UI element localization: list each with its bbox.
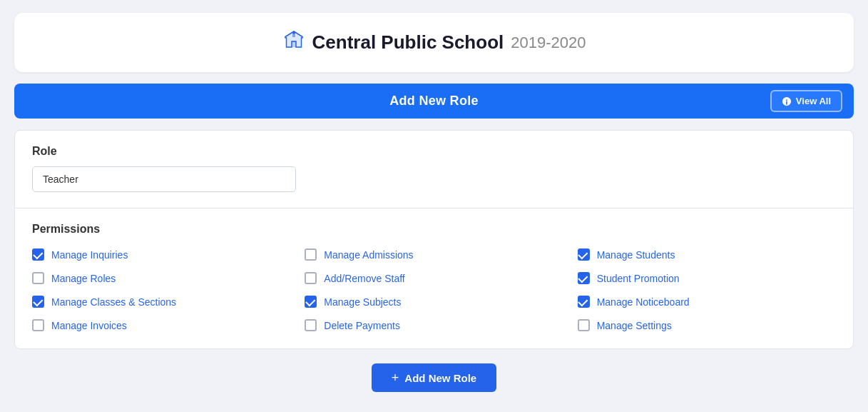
perm-label-delete-payments: Delete Payments: [324, 320, 400, 331]
perm-checkbox-student-promotion[interactable]: [578, 272, 590, 284]
school-year: 2019-2020: [511, 34, 586, 52]
role-label: Role: [32, 145, 836, 158]
perm-label-manage-inquiries: Manage Inquiries: [51, 249, 128, 261]
view-all-button[interactable]: View All: [770, 90, 842, 112]
permissions-section: Permissions Manage InquiriesManage Admis…: [15, 208, 853, 348]
form-card: Role Permissions Manage InquiriesManage …: [14, 130, 854, 349]
perm-checkbox-manage-subjects[interactable]: [305, 296, 317, 308]
school-name: Central Public School: [312, 31, 504, 54]
perm-item-manage-admissions[interactable]: Manage Admissions: [305, 248, 563, 261]
add-role-label: Add New Role: [404, 372, 476, 384]
permissions-grid: Manage InquiriesManage AdmissionsManage …: [32, 248, 836, 331]
perm-checkbox-manage-settings[interactable]: [578, 319, 590, 331]
perm-item-manage-noticeboard[interactable]: Manage Noticeboard: [578, 296, 836, 308]
perm-label-manage-roles: Manage Roles: [51, 273, 116, 284]
school-title: Central Public School 2019-2020: [282, 29, 586, 56]
perm-label-student-promotion: Student Promotion: [597, 273, 680, 284]
plus-icon: +: [392, 371, 399, 384]
perm-label-manage-settings: Manage Settings: [597, 320, 672, 331]
perm-label-manage-subjects: Manage Subjects: [324, 296, 401, 308]
school-icon: [282, 29, 305, 56]
perm-item-manage-classes-sections[interactable]: Manage Classes & Sections: [32, 296, 290, 308]
top-bar: Add New Role View All: [14, 84, 854, 119]
perm-checkbox-manage-noticeboard[interactable]: [578, 296, 590, 308]
perm-item-manage-inquiries[interactable]: Manage Inquiries: [32, 248, 290, 261]
svg-point-1: [292, 31, 295, 34]
role-section: Role: [15, 131, 853, 208]
perm-item-delete-payments[interactable]: Delete Payments: [305, 319, 563, 331]
perm-checkbox-manage-roles[interactable]: [32, 272, 44, 284]
add-role-button[interactable]: + Add New Role: [372, 363, 496, 392]
perm-label-manage-admissions: Manage Admissions: [324, 249, 413, 261]
perm-label-manage-classes-sections: Manage Classes & Sections: [51, 296, 176, 308]
perm-item-manage-settings[interactable]: Manage Settings: [578, 319, 836, 331]
perm-checkbox-manage-students[interactable]: [578, 248, 590, 261]
perm-item-student-promotion[interactable]: Student Promotion: [578, 272, 836, 284]
perm-checkbox-add-remove-staff[interactable]: [305, 272, 317, 284]
top-bar-title: Add New Role: [389, 94, 479, 109]
perm-label-manage-invoices: Manage Invoices: [51, 320, 127, 331]
permissions-title: Permissions: [32, 223, 836, 236]
perm-item-manage-students[interactable]: Manage Students: [578, 248, 836, 261]
perm-label-manage-noticeboard: Manage Noticeboard: [597, 296, 690, 308]
perm-label-add-remove-staff: Add/Remove Staff: [324, 273, 404, 284]
perm-item-manage-invoices[interactable]: Manage Invoices: [32, 319, 290, 331]
perm-item-manage-roles[interactable]: Manage Roles: [32, 272, 290, 284]
perm-label-manage-students: Manage Students: [597, 249, 675, 261]
header-card: Central Public School 2019-2020: [14, 13, 854, 72]
perm-item-add-remove-staff[interactable]: Add/Remove Staff: [305, 272, 563, 284]
submit-area: + Add New Role: [14, 361, 854, 399]
perm-checkbox-delete-payments[interactable]: [305, 319, 317, 331]
perm-checkbox-manage-inquiries[interactable]: [32, 248, 44, 261]
perm-checkbox-manage-admissions[interactable]: [305, 248, 317, 261]
svg-rect-0: [292, 41, 296, 47]
perm-checkbox-manage-invoices[interactable]: [32, 319, 44, 331]
perm-item-manage-subjects[interactable]: Manage Subjects: [305, 296, 563, 308]
role-input[interactable]: [32, 166, 296, 192]
perm-checkbox-manage-classes-sections[interactable]: [32, 296, 44, 308]
